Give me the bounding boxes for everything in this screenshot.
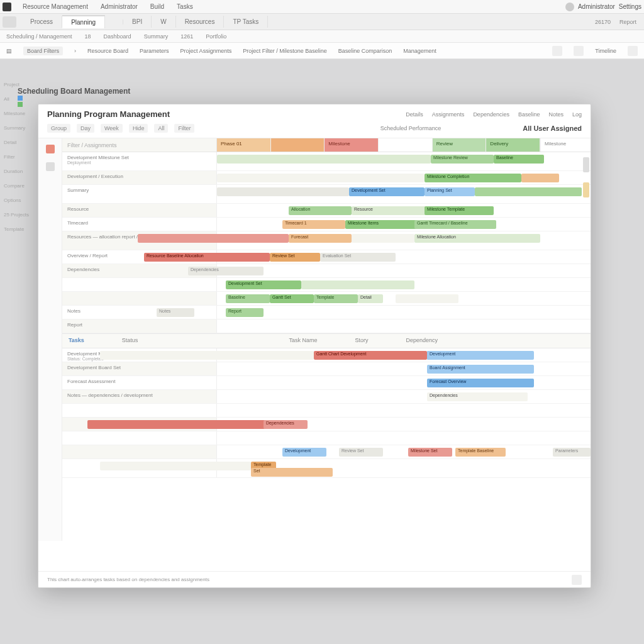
footer-expand-icon[interactable] (572, 575, 582, 585)
gantt-bar[interactable]: Milestone Completion (425, 174, 521, 182)
tab-w[interactable]: W (152, 16, 175, 28)
toolbar: ▤ Board Filters › Resource Board Paramet… (0, 43, 644, 59)
gantt-bar[interactable]: Evaluation Set (320, 253, 396, 262)
crumb-3[interactable]: Summary (144, 33, 169, 40)
gantt-bar[interactable] (217, 187, 349, 196)
task-bar[interactable]: Review Set (339, 448, 383, 457)
subnav-4[interactable]: Notes (548, 111, 564, 118)
ctl-day[interactable]: Day (77, 124, 94, 133)
gantt-bar[interactable]: Milestone Template (425, 206, 494, 215)
scrollbar-handle[interactable] (583, 157, 589, 172)
tab-tptasks[interactable]: TP Tasks (224, 16, 268, 28)
gantt-bar[interactable]: Dependencies (188, 267, 264, 275)
task-bar[interactable] (87, 420, 276, 429)
timeline-grid[interactable]: Filter / AssignmentsPhase 01MilestoneRev… (62, 138, 591, 541)
toolbar-view[interactable]: Timeline (595, 48, 616, 54)
tab-right-1[interactable]: Report (619, 19, 636, 25)
task-bar[interactable]: Development (427, 351, 534, 360)
gantt-row: NotesNotesReport (62, 306, 591, 319)
toolbar-item-6[interactable]: Management (403, 48, 436, 54)
subnav-5[interactable]: Log (572, 111, 582, 118)
crumb-5[interactable]: Portfolio (206, 33, 226, 40)
task-bar[interactable]: Board Assignment (427, 365, 534, 374)
toolbar-item-2[interactable]: Parameters (140, 48, 169, 54)
gantt-bar[interactable] (138, 234, 289, 243)
tab-process[interactable]: Process (21, 16, 62, 28)
task-bar[interactable] (100, 462, 251, 470)
gantt-bar[interactable]: Allocation (289, 206, 352, 215)
gantt-bar[interactable]: Milestone Allocation (414, 234, 540, 243)
menubar-app-name[interactable]: Resource Management (16, 3, 94, 10)
toolbar-item-3[interactable]: Project Assignments (180, 48, 232, 54)
toolbar-item-0[interactable]: Board Filters (23, 47, 63, 55)
tab-2[interactable] (105, 19, 123, 25)
toolbar-expand-icon[interactable] (628, 46, 638, 56)
gantt-bar[interactable]: Timecard 1 (282, 220, 345, 229)
gantt-bar[interactable]: Development Set (226, 280, 301, 289)
menubar-item-2[interactable]: Tasks (170, 3, 199, 10)
task-bar[interactable]: Gantt Chart Development (314, 351, 427, 360)
subnav-0[interactable]: Details (406, 111, 423, 118)
gantt-bar[interactable]: Resource Baseline Allocation (144, 253, 270, 262)
gantt-bar[interactable] (301, 280, 414, 289)
subnav-3[interactable]: Baseline (518, 111, 540, 118)
gantt-bar[interactable] (217, 155, 431, 164)
timeline-search-input[interactable]: Filter / Assignments (62, 138, 217, 152)
task-bar[interactable]: Parameters (553, 448, 591, 457)
task-bar[interactable]: Set (251, 468, 333, 477)
toolbar-item-4[interactable]: Project Filter / Milestone Baseline (243, 48, 327, 54)
crumb-0[interactable]: Scheduling / Management (6, 33, 72, 40)
gantt-bar[interactable] (475, 187, 582, 196)
user-menu[interactable]: Administrator Settings (565, 3, 641, 11)
tab-resources[interactable]: Resources (176, 16, 225, 28)
back-button[interactable] (3, 16, 16, 28)
ctl-all[interactable]: All (154, 124, 168, 133)
toolbar-item-1[interactable]: Resource Board (87, 48, 128, 54)
tab-bpi[interactable]: BPI (123, 16, 152, 28)
gantt-bar[interactable]: Baseline (226, 294, 270, 303)
task-bar[interactable] (100, 351, 314, 360)
ctl-hide[interactable]: Hide (129, 124, 148, 133)
gantt-bar[interactable]: Gantt Set (270, 294, 314, 303)
task-row-label: Development Board Set (62, 362, 217, 375)
gantt-row: Overview / ReportResource Baseline Alloc… (62, 250, 591, 264)
gantt-bar[interactable]: Detail (358, 294, 383, 303)
gantt-bar[interactable] (217, 174, 425, 182)
gantt-bar[interactable]: Report (226, 308, 264, 317)
subnav-2[interactable]: Dependencies (473, 111, 509, 118)
crumb-2[interactable]: Dashboard (104, 33, 131, 40)
menubar-item-0[interactable]: Administrator (94, 3, 144, 10)
gantt-bar[interactable]: Forecast (289, 234, 352, 243)
gantt-bar[interactable] (396, 294, 458, 303)
gantt-bar[interactable]: Review Set (270, 253, 320, 262)
ctl-group[interactable]: Group (47, 124, 70, 133)
gutter-user-icon[interactable] (46, 162, 55, 171)
task-bar[interactable]: Development (282, 448, 326, 457)
tab-planning[interactable]: Planning (62, 15, 105, 28)
scrollbar-marker-icon (583, 182, 589, 197)
gantt-bar[interactable] (521, 174, 559, 182)
task-row-label: Forecast Assessment (62, 376, 217, 389)
gantt-bar[interactable]: Planning Set (425, 187, 475, 196)
gantt-bar[interactable]: Template (314, 294, 358, 303)
menubar-item-1[interactable]: Build (144, 3, 170, 10)
gantt-bar[interactable]: Baseline (494, 155, 544, 164)
gantt-bar[interactable] (352, 234, 414, 243)
ctl-filter[interactable]: Filter (174, 124, 194, 133)
task-bar[interactable]: Dependencies (264, 420, 308, 429)
toolbar-grid-icon[interactable] (552, 46, 562, 56)
ctl-week[interactable]: Week (101, 124, 123, 133)
subnav-1[interactable]: Assignments (432, 111, 465, 118)
toolbar-item-5[interactable]: Baseline Comparison (338, 48, 392, 54)
toolbar-list-icon[interactable] (574, 46, 584, 56)
gantt-bar[interactable]: Development Set (349, 187, 425, 196)
gantt-bar[interactable]: Milestone Review (431, 155, 494, 164)
bg-left-2: Milestone (4, 111, 31, 116)
gantt-bar[interactable]: Notes (157, 308, 194, 317)
task-bar[interactable]: Milestone Set (408, 448, 452, 457)
task-bar[interactable]: Forecast Overview (427, 379, 534, 387)
task-bar[interactable]: Dependencies (427, 392, 528, 401)
gantt-bar[interactable]: Gantt Timecard / Baseline (414, 220, 496, 229)
task-bar[interactable]: Template Baseline (455, 448, 506, 457)
gantt-bar[interactable]: Milestone Items (345, 220, 421, 229)
